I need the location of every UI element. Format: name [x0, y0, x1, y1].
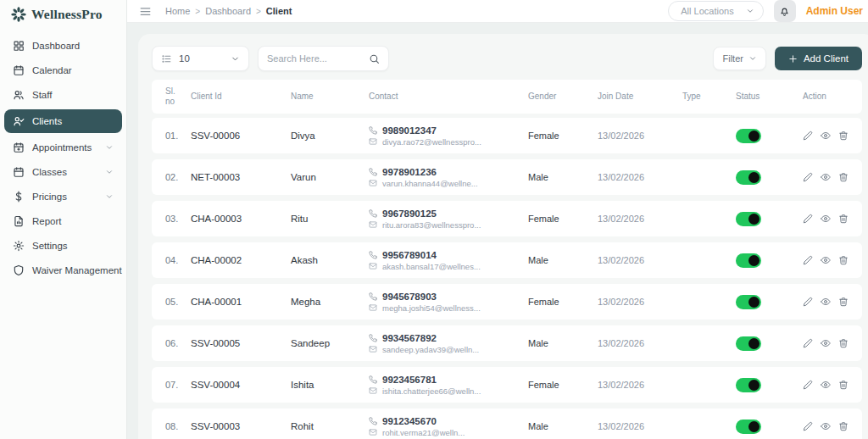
delete-icon[interactable] [838, 338, 849, 348]
mail-icon [369, 262, 377, 270]
sidebar-item-label: Classes [32, 167, 67, 177]
table-row: 04.CHA-00002Akash9956789014akash.bansal1… [152, 242, 862, 278]
app-window: WellnessPro DashboardCalendarStaffClient… [0, 0, 868, 439]
table-row: 08.SSV-00003Rohit9912345670rohit.verma21… [152, 408, 862, 439]
view-icon[interactable] [821, 380, 831, 390]
bell-icon [779, 6, 790, 17]
edit-icon[interactable] [803, 131, 813, 141]
sidebar-item-staff[interactable]: Staff [4, 85, 122, 105]
cell-client-id: CHA-00001 [191, 297, 291, 307]
edit-icon[interactable] [803, 380, 813, 390]
chevron-down-icon [105, 192, 114, 201]
cell-join-date: 13/02/2026 [598, 255, 682, 265]
cell-sl-no: 08. [165, 421, 191, 431]
cell-gender: Male [528, 255, 598, 265]
cell-client-id: CHA-00003 [191, 214, 291, 224]
edit-icon[interactable] [803, 172, 813, 182]
chevron-down-icon [746, 7, 754, 15]
plus-icon [788, 54, 798, 64]
mail-icon [369, 303, 377, 312]
cell-action [803, 255, 849, 265]
delete-icon[interactable] [838, 172, 849, 182]
view-icon[interactable] [821, 172, 831, 182]
search-input[interactable] [267, 53, 364, 64]
topbar-right: All Locations Admin User [668, 0, 868, 22]
filter-button[interactable]: Filter [713, 47, 765, 70]
cell-contact: 9923456781ishita.chatterjee66@welln... [369, 375, 528, 396]
view-icon[interactable] [821, 338, 831, 348]
cell-join-date: 13/02/2026 [598, 214, 682, 224]
breadcrumb-item[interactable]: Dashboard [205, 6, 251, 16]
sidebar-item-label: Staff [32, 90, 52, 100]
phone-number: 9989012347 [382, 125, 437, 136]
user-menu-label: Admin User [806, 5, 863, 17]
table-row: 07.SSV-00004Ishita9923456781ishita.chatt… [152, 367, 862, 403]
phone-icon [369, 292, 377, 301]
delete-icon[interactable] [838, 131, 849, 141]
email-address: divya.rao72@wellnesspro... [382, 137, 481, 147]
view-icon[interactable] [821, 255, 831, 265]
add-client-button[interactable]: Add Client [775, 47, 862, 70]
status-toggle[interactable] [736, 336, 761, 351]
table-row: 03.CHA-00003Ritu9967890125ritu.arora83@w… [152, 201, 862, 236]
view-icon[interactable] [821, 214, 831, 224]
table-row: 06.SSV-00005Sandeep9934567892sandeep.yad… [152, 325, 862, 361]
delete-icon[interactable] [838, 380, 849, 390]
status-toggle[interactable] [736, 378, 761, 392]
delete-icon[interactable] [838, 255, 849, 265]
status-toggle[interactable] [736, 212, 761, 226]
sidebar-item-label: Appointments [32, 142, 92, 153]
sidebar-item-settings[interactable]: Settings [4, 236, 122, 256]
sidebar-item-classes[interactable]: Classes [4, 162, 122, 182]
status-toggle[interactable] [736, 295, 761, 309]
cell-join-date: 13/02/2026 [598, 338, 682, 348]
search-icon[interactable] [369, 53, 380, 64]
phone-icon [369, 126, 377, 135]
cell-status [736, 212, 803, 226]
delete-icon[interactable] [838, 421, 849, 431]
status-toggle[interactable] [736, 420, 761, 434]
status-toggle[interactable] [736, 129, 761, 143]
sidebar-item-pricings[interactable]: Pricings [4, 186, 122, 207]
breadcrumb-item[interactable]: Home [165, 6, 190, 16]
breadcrumb: Home>Dashboard>Client [165, 6, 292, 16]
status-toggle[interactable] [736, 170, 761, 185]
page-size-select[interactable]: 10 [152, 46, 249, 71]
sidebar-item-report[interactable]: Report [4, 211, 122, 231]
cell-action [803, 214, 849, 224]
edit-icon[interactable] [803, 297, 813, 307]
cell-sl-no: 05. [165, 297, 191, 307]
edit-icon[interactable] [803, 338, 813, 348]
notifications-button[interactable] [774, 0, 796, 22]
column-header: Sl. no [165, 86, 191, 108]
sidebar-item-appointments[interactable]: Appointments [4, 137, 122, 158]
sidebar-item-clients[interactable]: Clients [4, 109, 122, 133]
mail-icon [369, 137, 377, 146]
edit-icon[interactable] [803, 255, 813, 265]
dollar-icon [12, 191, 25, 203]
cell-gender: Female [528, 131, 598, 141]
view-icon[interactable] [821, 131, 831, 141]
table-header: Sl. noClient IdNameContactGenderJoin Dat… [152, 80, 862, 114]
sidebar-item-waiver-management[interactable]: Waiver Management [4, 260, 122, 281]
edit-icon[interactable] [803, 214, 813, 224]
view-icon[interactable] [821, 297, 831, 307]
mail-icon [369, 428, 377, 436]
delete-icon[interactable] [838, 297, 849, 307]
view-icon[interactable] [821, 421, 831, 431]
main-area: Home>Dashboard>Client All Locations Admi… [127, 0, 868, 439]
sidebar-item-dashboard[interactable]: Dashboard [4, 36, 122, 56]
sidebar-item-calendar[interactable]: Calendar [4, 60, 122, 81]
cell-gender: Male [528, 421, 598, 431]
hamburger-menu-icon[interactable] [139, 5, 152, 18]
status-toggle[interactable] [736, 253, 761, 268]
location-selector[interactable]: All Locations [668, 1, 763, 21]
delete-icon[interactable] [838, 214, 849, 224]
cell-gender: Male [528, 338, 598, 348]
calendar-plus-icon [12, 142, 25, 154]
shield-icon [12, 264, 25, 277]
cell-join-date: 13/02/2026 [598, 172, 682, 182]
user-menu[interactable]: Admin User [806, 5, 868, 17]
cell-status [736, 253, 803, 268]
edit-icon[interactable] [803, 421, 813, 431]
